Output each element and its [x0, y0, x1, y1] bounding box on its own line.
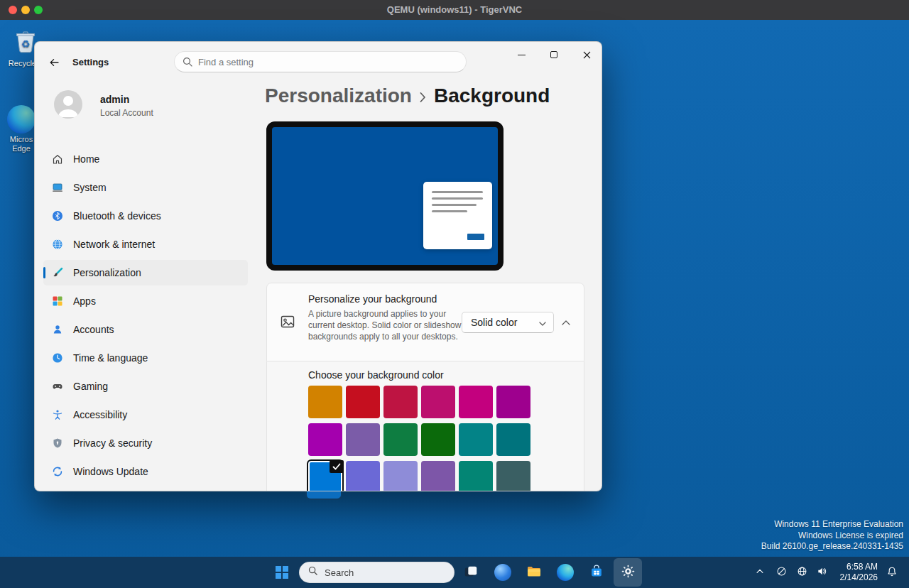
breadcrumb-background: Background	[434, 85, 550, 107]
task-view-button[interactable]	[457, 558, 485, 587]
apps-icon	[52, 295, 63, 307]
network-button[interactable]	[792, 562, 812, 582]
screen: QEMU (windows11) - TigerVNC ♻ Recycle...…	[0, 0, 909, 588]
minimize-button[interactable]	[505, 42, 538, 67]
color-grid	[308, 386, 530, 491]
clock-date: 2/14/2026	[832, 572, 878, 583]
folder-icon	[526, 563, 543, 582]
svg-text:♻: ♻	[21, 38, 31, 50]
color-swatch[interactable]	[459, 423, 493, 456]
background-type-value: Solid color	[471, 317, 517, 328]
vnc-titlebar: QEMU (windows11) - TigerVNC	[0, 0, 909, 20]
store-icon	[589, 564, 604, 582]
color-swatch[interactable]	[496, 423, 530, 456]
avatar	[54, 90, 82, 119]
color-swatch[interactable]	[496, 461, 530, 491]
copilot-button[interactable]	[489, 558, 517, 587]
color-swatch[interactable]	[308, 423, 342, 456]
sidebar-item-personalization[interactable]: Personalization	[43, 260, 248, 285]
notification-button[interactable]	[882, 562, 902, 582]
breadcrumb: Personalization Background	[265, 85, 550, 107]
back-button[interactable]	[43, 52, 65, 73]
selected-swatch-overflow	[305, 491, 342, 500]
settings-button[interactable]	[614, 558, 642, 587]
sidebar-item-network[interactable]: Network & internet	[43, 232, 248, 257]
network-icon	[52, 239, 63, 250]
bluetooth-icon	[52, 210, 63, 222]
hidden-icons-button[interactable]	[750, 562, 770, 582]
close-button[interactable]	[570, 42, 602, 67]
sidebar-item-windows-update[interactable]: Windows Update	[43, 459, 248, 484]
copilot-icon	[494, 564, 511, 581]
search-icon	[308, 566, 318, 579]
update-icon	[52, 466, 63, 477]
sidebar-item-time-language[interactable]: Time & language	[43, 345, 248, 371]
sidebar-item-privacy-security[interactable]: Privacy & security	[43, 430, 248, 456]
task-view-icon	[463, 564, 479, 582]
volume-icon	[817, 566, 827, 579]
selected-check-icon	[330, 460, 344, 473]
no-internet-status-button[interactable]	[771, 562, 791, 582]
color-swatch[interactable]	[346, 386, 380, 418]
settings-window: Settings admin Local Account	[34, 41, 602, 491]
sidebar-item-accounts[interactable]: Accounts	[43, 317, 248, 342]
account-type: Local Account	[100, 108, 153, 118]
license-line-2: Windows License is expired	[761, 530, 903, 542]
picture-icon	[281, 315, 295, 332]
privacy-icon	[52, 437, 63, 449]
search-input[interactable]	[198, 53, 454, 71]
sidebar-item-apps[interactable]: Apps	[43, 288, 248, 314]
taskbar: Search	[0, 557, 909, 588]
color-swatch[interactable]	[383, 386, 418, 418]
file-explorer-button[interactable]	[520, 558, 548, 587]
time-language-icon	[52, 352, 63, 364]
accessibility-icon	[52, 409, 63, 420]
color-swatch[interactable]	[346, 423, 380, 456]
color-chooser-section: Choose your background color	[266, 361, 584, 491]
color-swatch[interactable]	[383, 423, 418, 456]
breadcrumb-personalization[interactable]: Personalization	[265, 85, 412, 107]
chevron-up-icon	[755, 567, 765, 579]
color-swatch[interactable]	[421, 386, 455, 418]
maximize-button[interactable]	[538, 42, 570, 67]
sidebar-item-gaming[interactable]: Gaming	[43, 374, 248, 399]
edge-label-line2: Edge	[12, 144, 31, 153]
sidebar-item-system[interactable]: System	[43, 175, 248, 200]
color-swatch[interactable]	[346, 461, 380, 491]
color-swatch[interactable]	[421, 461, 455, 491]
sidebar-item-bluetooth[interactable]: Bluetooth & devices	[43, 203, 248, 229]
color-swatch[interactable]	[383, 461, 418, 491]
personalization-icon	[52, 267, 63, 278]
color-swatch[interactable]	[459, 386, 493, 418]
color-swatch[interactable]	[496, 386, 530, 418]
account-row[interactable]: admin Local Account	[54, 90, 253, 124]
license-line-1: Windows 11 Enterprise Evaluation	[761, 519, 903, 530]
collapse-expander-button[interactable]	[558, 315, 574, 330]
vnc-window-title: QEMU (windows11) - TigerVNC	[0, 4, 909, 15]
edge-label-line1: Micros	[10, 135, 33, 143]
accounts-icon	[52, 324, 63, 335]
sidebar-item-home[interactable]: Home	[43, 146, 248, 172]
color-swatch[interactable]	[421, 423, 455, 456]
desktop: ♻ Recycle... Micros Edge Windows 11 Ente…	[0, 20, 909, 588]
taskbar-search[interactable]: Search	[299, 562, 454, 583]
store-button[interactable]	[582, 558, 611, 587]
color-swatch[interactable]	[307, 459, 344, 491]
color-swatch[interactable]	[308, 386, 342, 418]
gaming-icon	[52, 381, 63, 392]
color-swatch[interactable]	[459, 461, 493, 491]
chevron-down-icon	[539, 317, 546, 328]
background-preview-monitor	[266, 121, 504, 271]
search-icon	[183, 57, 193, 70]
settings-search[interactable]	[174, 51, 467, 72]
taskbar-clock[interactable]: 6:58 AM 2/14/2026	[832, 562, 878, 583]
edge-button[interactable]	[551, 558, 579, 587]
home-icon	[52, 153, 63, 165]
sidebar-nav: Home System Bluetooth & devices Network …	[43, 146, 248, 487]
background-type-dropdown[interactable]: Solid color	[462, 312, 554, 333]
start-button[interactable]	[268, 558, 296, 587]
volume-button[interactable]	[812, 562, 832, 582]
edge-icon	[7, 105, 36, 134]
taskbar-search-label: Search	[325, 567, 354, 578]
sidebar-item-accessibility[interactable]: Accessibility	[43, 402, 248, 428]
